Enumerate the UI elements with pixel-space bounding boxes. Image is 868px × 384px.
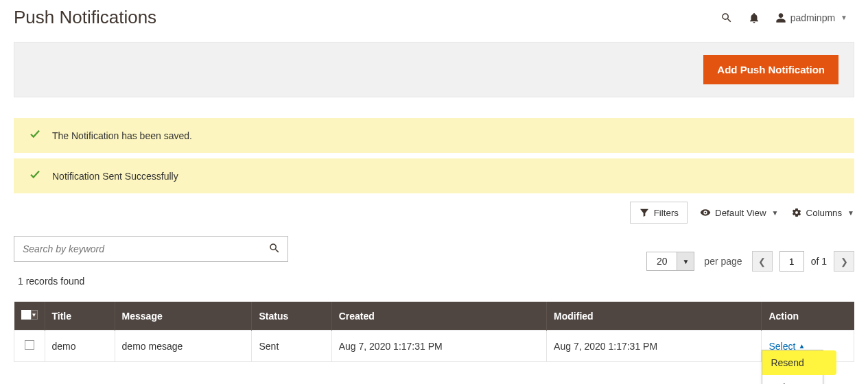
action-resend[interactable]: Resend	[762, 350, 823, 375]
cell-message: demo mesage	[115, 331, 252, 362]
filters-label: Filters	[654, 208, 679, 218]
select-all-header[interactable]: ▼	[14, 302, 45, 331]
columns-button[interactable]: Columns ▼	[791, 207, 855, 218]
page-total: of 1	[811, 256, 827, 267]
data-grid: ▼ Title Message Status Created Modified …	[14, 302, 854, 362]
table-row: demo demo mesage Sent Aug 7, 2020 1:17:3…	[14, 331, 854, 362]
per-page-label: per page	[704, 256, 742, 267]
caret-up-icon: ▲	[798, 342, 805, 350]
add-push-notification-button[interactable]: Add Push Notification	[703, 55, 838, 84]
notifications-icon[interactable]	[748, 12, 760, 24]
messages-area: The Notification has been saved. Notific…	[14, 118, 854, 193]
checkmark-icon	[29, 168, 41, 184]
gear-icon	[791, 207, 802, 218]
col-title[interactable]: Title	[45, 302, 115, 331]
row-checkbox[interactable]	[25, 340, 34, 350]
col-modified[interactable]: Modified	[547, 302, 762, 331]
chevron-down-icon[interactable]: ▼	[31, 310, 38, 320]
action-toolbar: Add Push Notification	[14, 42, 854, 97]
funnel-icon	[639, 207, 650, 218]
next-page-button[interactable]: ❯	[834, 251, 854, 272]
message-text: The Notification has been saved.	[52, 130, 192, 141]
pager: 20 ▼ per page ❮ of 1 ❯	[646, 251, 854, 272]
header-tools: padminpm ▼	[720, 12, 847, 24]
cell-created: Aug 7, 2020 1:17:31 PM	[331, 331, 546, 362]
search-icon	[268, 242, 281, 254]
default-view-label: Default View	[715, 208, 766, 218]
col-message[interactable]: Message	[115, 302, 252, 331]
search-box	[14, 236, 288, 262]
page-navigation: ❮ of 1 ❯	[752, 251, 854, 272]
page-input[interactable]	[779, 251, 804, 272]
page-title: Push Notifications	[14, 7, 156, 28]
chevron-down-icon: ▼	[772, 209, 779, 217]
page-header: Push Notifications padminpm ▼	[14, 7, 854, 28]
chevron-down-icon: ▼	[847, 209, 854, 217]
default-view-button[interactable]: Default View ▼	[700, 207, 779, 218]
records-count: 1 records found	[18, 276, 288, 287]
prev-page-button[interactable]: ❮	[752, 251, 773, 272]
col-created[interactable]: Created	[331, 302, 546, 331]
cell-title: demo	[45, 331, 115, 362]
action-delete[interactable]: Delete	[762, 375, 823, 384]
chevron-down-icon[interactable]: ▼	[677, 252, 694, 270]
message-text: Notification Sent Successfully	[52, 171, 178, 182]
action-dropdown: Resend Delete	[762, 350, 823, 384]
cell-status: Sent	[252, 331, 331, 362]
search-input[interactable]	[14, 237, 261, 261]
search-icon[interactable]	[720, 12, 733, 24]
eye-icon	[700, 207, 711, 218]
user-name: padminpm	[790, 12, 835, 23]
columns-label: Columns	[806, 208, 843, 218]
search-submit[interactable]	[261, 238, 288, 261]
chevron-down-icon: ▼	[841, 14, 847, 21]
cell-action: Select ▲ Resend Delete	[762, 331, 854, 362]
col-action: Action	[762, 302, 854, 331]
filters-button[interactable]: Filters	[630, 202, 688, 224]
col-status[interactable]: Status	[252, 302, 331, 331]
cell-modified: Aug 7, 2020 1:17:31 PM	[547, 331, 762, 362]
success-message: The Notification has been saved.	[14, 118, 854, 153]
search-pagination-row: 1 records found 20 ▼ per page ❮ of 1 ❯	[14, 236, 854, 287]
checkmark-icon	[29, 128, 41, 143]
success-message: Notification Sent Successfully	[14, 158, 854, 193]
per-page-selector[interactable]: 20 ▼	[646, 252, 694, 271]
grid-toolbar: Filters Default View ▼ Columns ▼	[14, 202, 854, 224]
user-menu[interactable]: padminpm ▼	[775, 12, 847, 23]
per-page-value: 20	[647, 252, 677, 270]
